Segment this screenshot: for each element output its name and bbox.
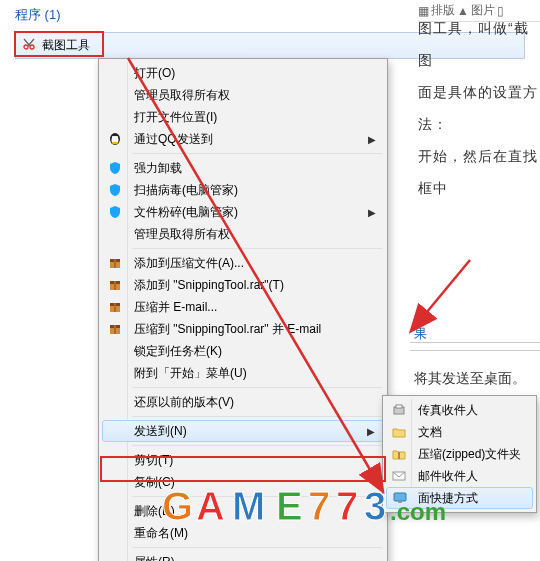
winrar-icon bbox=[107, 255, 123, 271]
menu-restore-previous[interactable]: 还原以前的版本(V) bbox=[102, 391, 384, 413]
submenu-mail[interactable]: 邮件收件人 bbox=[386, 465, 533, 487]
chevron-right-icon: ▶ bbox=[367, 426, 375, 437]
svg-rect-15 bbox=[114, 303, 116, 312]
svg-rect-18 bbox=[114, 325, 116, 334]
menu-admin-own[interactable]: 管理员取得所有权 bbox=[102, 84, 384, 106]
chevron-right-icon: ▶ bbox=[368, 134, 376, 145]
menu-delete[interactable]: 删除(D) bbox=[102, 500, 384, 522]
svg-rect-24 bbox=[398, 501, 402, 503]
menu-add-snippingtool-rar[interactable]: 添加到 "SnippingTool.rar"(T) bbox=[102, 274, 384, 296]
context-menu: 打开(O) 管理员取得所有权 打开文件位置(I) 通过QQ发送到▶ 强力卸载 扫… bbox=[98, 58, 388, 561]
svg-point-4 bbox=[112, 136, 114, 138]
svg-point-1 bbox=[30, 45, 34, 49]
menu-open-location[interactable]: 打开文件位置(I) bbox=[102, 106, 384, 128]
shield-icon bbox=[107, 160, 123, 176]
article-line: 图工具，叫做“截图 bbox=[418, 12, 540, 76]
svg-rect-20 bbox=[396, 405, 402, 408]
menu-pin-start[interactable]: 附到「开始」菜单(U) bbox=[102, 362, 384, 384]
right-label-result: 果 bbox=[414, 325, 427, 343]
menu-force-uninstall[interactable]: 强力卸载 bbox=[102, 157, 384, 179]
menu-zip-email[interactable]: 压缩并 E-mail... bbox=[102, 296, 384, 318]
scissors-icon bbox=[22, 37, 36, 54]
chevron-right-icon: ▶ bbox=[368, 207, 376, 218]
article-line: 开始，然后在直找框中 bbox=[418, 140, 540, 204]
menu-add-archive[interactable]: 添加到压缩文件(A)... bbox=[102, 252, 384, 274]
menu-send-to[interactable]: 发送到(N)▶ bbox=[102, 420, 384, 442]
menu-qq-send[interactable]: 通过QQ发送到▶ bbox=[102, 128, 384, 150]
winrar-icon bbox=[107, 277, 123, 293]
menu-zip-snippingtool-email[interactable]: 压缩到 "SnippingTool.rar" 并 E-mail bbox=[102, 318, 384, 340]
programs-count: 程序 (1) bbox=[15, 7, 61, 22]
menu-copy[interactable]: 复制(C) bbox=[102, 471, 384, 493]
svg-rect-21 bbox=[398, 452, 400, 459]
submenu-fax[interactable]: 传真收件人 bbox=[386, 399, 533, 421]
article-line: 面是具体的设置方法： bbox=[418, 76, 540, 140]
menu-pin-taskbar[interactable]: 锁定到任务栏(K) bbox=[102, 340, 384, 362]
svg-point-0 bbox=[24, 45, 28, 49]
folder-icon bbox=[391, 424, 407, 440]
result-label: 截图工具 bbox=[42, 37, 90, 54]
submenu-zipped-folder[interactable]: 压缩(zipped)文件夹 bbox=[386, 443, 533, 465]
divider bbox=[410, 342, 540, 343]
svg-rect-12 bbox=[114, 281, 116, 290]
menu-open[interactable]: 打开(O) bbox=[102, 62, 384, 84]
mail-icon bbox=[391, 468, 407, 484]
shield-icon bbox=[107, 204, 123, 220]
menu-scan-virus[interactable]: 扫描病毒(电脑管家) bbox=[102, 179, 384, 201]
svg-point-6 bbox=[112, 142, 118, 144]
divider bbox=[410, 350, 540, 351]
svg-line-26 bbox=[412, 260, 470, 330]
menu-properties[interactable]: 属性(R) bbox=[102, 551, 384, 561]
article-line: 将其发送至桌面。 bbox=[414, 370, 526, 388]
submenu-desktop-shortcut[interactable]: 面快捷方式 bbox=[386, 487, 533, 509]
shield-icon bbox=[107, 182, 123, 198]
winrar-icon bbox=[107, 299, 123, 315]
winrar-icon bbox=[107, 321, 123, 337]
qq-icon bbox=[107, 131, 123, 147]
submenu-documents[interactable]: 文档 bbox=[386, 421, 533, 443]
desktop-icon bbox=[392, 490, 408, 506]
menu-admin-own2[interactable]: 管理员取得所有权 bbox=[102, 223, 384, 245]
zip-folder-icon bbox=[391, 446, 407, 462]
fax-icon bbox=[391, 402, 407, 418]
svg-point-5 bbox=[116, 136, 118, 138]
svg-rect-9 bbox=[114, 259, 116, 268]
svg-rect-23 bbox=[394, 493, 406, 501]
menu-rename[interactable]: 重命名(M) bbox=[102, 522, 384, 544]
article-text: 图工具，叫做“截图 面是具体的设置方法： 开始，然后在直找框中 bbox=[418, 12, 540, 204]
send-to-submenu: 传真收件人 文档 压缩(zipped)文件夹 邮件收件人 面快捷方式 bbox=[382, 395, 537, 513]
menu-cut[interactable]: 剪切(T) bbox=[102, 449, 384, 471]
menu-file-shred[interactable]: 文件粉碎(电脑管家)▶ bbox=[102, 201, 384, 223]
